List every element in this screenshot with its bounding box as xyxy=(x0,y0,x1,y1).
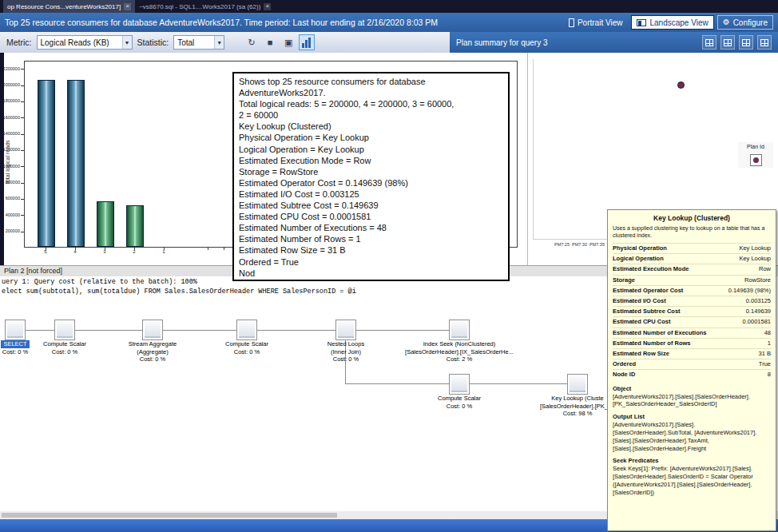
grid-icon xyxy=(724,39,732,46)
property-row: Estimated Number of Executions48 xyxy=(613,328,771,338)
property-row: Node ID8 xyxy=(613,369,771,379)
operator-properties-tooltip: Key Lookup (Clustered) Uses a supplied c… xyxy=(607,209,776,531)
chart-icon xyxy=(305,40,308,48)
grid-icon xyxy=(705,39,713,46)
plan-id-legend-item[interactable] xyxy=(750,154,762,166)
y-tick-mark xyxy=(21,150,24,151)
property-value: 0.003125 xyxy=(746,296,771,306)
chart-bar[interactable] xyxy=(38,80,55,247)
property-label: Estimated Execution Mode xyxy=(613,264,689,274)
chart-icon xyxy=(302,43,304,48)
chart-bar[interactable] xyxy=(97,201,114,247)
document-tab-sql-file[interactable]: ~vs8670.sql - SQL1....Works2017 (sa (62)… xyxy=(135,0,275,13)
grid-view-button[interactable]: ▣ xyxy=(280,34,296,50)
close-icon[interactable]: × xyxy=(124,3,131,10)
node-title: Index Seek (NonClustered) xyxy=(395,340,523,348)
window-border xyxy=(0,53,4,265)
query-sql-text[interactable]: elect sum(subtotal), sum(totaldue) FROM … xyxy=(2,288,356,296)
property-section: Output List[AdventureWorks2017].[Sales].… xyxy=(613,413,771,452)
chart-view-button[interactable] xyxy=(299,34,315,50)
chart-bar[interactable] xyxy=(126,205,144,247)
y-tick-mark xyxy=(21,215,24,216)
y-axis-label: total logical reads xyxy=(5,102,13,222)
y-tick-mark xyxy=(21,232,24,232)
property-value: 8 xyxy=(768,370,771,379)
tooltip-line: Estimated Execution Mode = Row xyxy=(239,155,503,166)
property-label: Estimated I/O Cost xyxy=(613,296,666,306)
property-section-text: [AdventureWorks2017].[Sales]. [SalesOrde… xyxy=(613,421,771,452)
node-title: Compute Scalar xyxy=(423,395,495,403)
plan-summary-toolbar-icon[interactable] xyxy=(739,35,753,50)
stop-button[interactable]: ■ xyxy=(262,34,278,50)
tooltip-line: Estimated Subtree Cost = 0.149639 xyxy=(239,200,503,211)
tooltip-line: AdventureWorks2017. xyxy=(239,87,503,98)
node-title: Compute Scalar xyxy=(29,340,101,348)
property-label: Estimated Row Size xyxy=(613,349,669,359)
plan-node-index-seek[interactable]: Index Seek (NonClustered) [SalesOrderHea… xyxy=(395,320,523,363)
tab-label: ~vs8670.sql - SQL1....Works2017 (sa (62)… xyxy=(139,3,260,10)
property-section-label: Seek Predicates xyxy=(613,457,771,465)
plan-summary-toolbar-icon[interactable] xyxy=(757,35,772,50)
y-tick-mark xyxy=(21,134,24,135)
plan-node-stream-aggregate[interactable]: Stream Aggregate (Aggregate) Cost: 0 % xyxy=(113,320,193,363)
portrait-view-button[interactable]: Portrait View xyxy=(563,15,629,30)
metric-dropdown[interactable]: Logical Reads (KB) ▼ xyxy=(37,35,133,50)
tooltip-line: Estimated Number of Executions = 48 xyxy=(239,222,503,233)
property-row: Estimated Number of Rows1 xyxy=(613,338,771,348)
property-label: Physical Operation xyxy=(613,244,667,253)
plan-node-compute-scalar[interactable]: Compute Scalar Cost: 0 % xyxy=(211,320,283,355)
tooltip-line: Key Lookup (Clustered) xyxy=(239,121,503,132)
x-tick-mark xyxy=(46,248,46,250)
landscape-view-label: Landscape View xyxy=(649,18,708,27)
property-label: Storage xyxy=(613,276,635,285)
plan-node-compute-scalar[interactable]: Compute Scalar Cost: 0 % xyxy=(423,374,495,410)
y-tick-mark xyxy=(21,117,24,118)
chart-bar[interactable] xyxy=(67,80,85,247)
scrollbar-thumb[interactable] xyxy=(2,513,337,518)
y-tick-mark xyxy=(21,183,24,184)
document-tab-query-store[interactable]: op Resource Cons...ventureWorks2017] × xyxy=(3,0,135,13)
property-row: Estimated Execution ModeRow xyxy=(613,264,771,274)
tooltip-line: Nod xyxy=(239,268,503,279)
plan-summary-toolbar xyxy=(702,35,772,50)
y-tick-mark xyxy=(21,85,24,86)
refresh-button[interactable]: ↻ xyxy=(244,34,260,50)
node-cost: Cost: 0 % xyxy=(310,355,382,363)
property-row: OrderedTrue xyxy=(613,359,771,369)
landscape-view-button[interactable]: Landscape View xyxy=(631,15,713,30)
property-label: Estimated Operator Cost xyxy=(613,286,683,296)
close-icon[interactable]: × xyxy=(264,3,271,10)
tooltip-line: Estimated Row Size = 31 B xyxy=(239,244,503,256)
landscape-icon xyxy=(637,19,646,26)
property-value: Key Lookup xyxy=(739,254,771,264)
tooltip-line: Storage = RowStore xyxy=(239,166,503,177)
plan-summary-toolbar-icon[interactable] xyxy=(720,35,735,50)
node-title: SELECT xyxy=(1,340,29,348)
node-subtitle: (Inner Join) xyxy=(310,348,382,356)
plan-summary-toolbar-icon[interactable] xyxy=(702,35,716,50)
property-row: Estimated Subtree Cost0.149639 xyxy=(613,306,771,316)
property-label: Estimated CPU Cost xyxy=(613,317,671,327)
configure-button[interactable]: ⚙ Configure xyxy=(717,15,773,30)
property-value: 0.149639 (98%) xyxy=(728,286,771,296)
compute-scalar-icon xyxy=(449,374,470,395)
chart-tooltip-overlay: Shows top 25 resource consumers for data… xyxy=(232,72,510,281)
configure-label: Configure xyxy=(733,18,768,27)
node-object: [SalesOrderHeader].[IX_SalesOrderHe... xyxy=(395,348,523,356)
property-row: StorageRowStore xyxy=(613,275,771,285)
property-label: Estimated Number of Executions xyxy=(613,328,707,338)
time-tick-label: PM7:30 xyxy=(572,242,589,247)
property-value: 48 xyxy=(764,328,771,338)
plan-node-compute-scalar[interactable]: Compute Scalar Cost: 0 % xyxy=(29,320,101,355)
tooltip-line: Estimated Operator Cost = 0.149639 (98%) xyxy=(239,177,503,189)
property-label: Logical Operation xyxy=(613,254,664,264)
property-row: Estimated Operator Cost0.149639 (98%) xyxy=(613,285,771,296)
property-label: Estimated Subtree Cost xyxy=(613,307,681,316)
plan-color-dot xyxy=(753,157,759,163)
plan-summary-title: Plan summary for query 3 xyxy=(456,38,548,47)
plan-node-nested-loops[interactable]: Nested Loops (Inner Join) Cost: 0 % xyxy=(310,320,382,363)
statistic-dropdown[interactable]: Total ▼ xyxy=(173,35,224,50)
plan-point[interactable] xyxy=(677,81,685,89)
node-cost: Cost: 0 % xyxy=(423,403,495,411)
node-cost: Cost: 0 % xyxy=(113,355,193,363)
